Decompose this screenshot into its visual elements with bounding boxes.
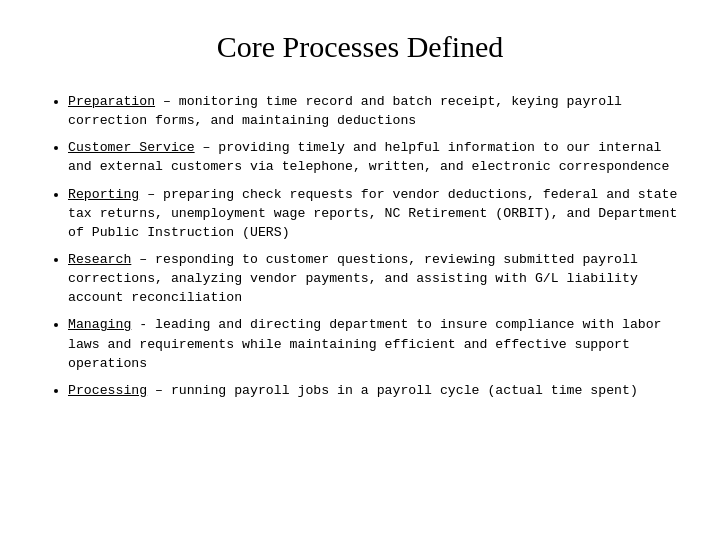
term-description: – responding to customer questions, revi… [68, 252, 638, 305]
page: Core Processes Defined Preparation – mon… [0, 0, 720, 540]
list-item: Research – responding to customer questi… [68, 250, 680, 307]
term-description: – preparing check requests for vendor de… [68, 187, 677, 240]
list-item: Reporting – preparing check requests for… [68, 185, 680, 242]
term-label: Reporting [68, 187, 139, 202]
term-label: Customer Service [68, 140, 195, 155]
term-label: Research [68, 252, 131, 267]
term-label: Processing [68, 383, 147, 398]
term-description: - leading and directing department to in… [68, 317, 662, 370]
page-title: Core Processes Defined [40, 30, 680, 64]
term-description: – running payroll jobs in a payroll cycl… [147, 383, 638, 398]
term-label: Preparation [68, 94, 155, 109]
list-item: Customer Service – providing timely and … [68, 138, 680, 176]
term-label: Managing [68, 317, 131, 332]
content-area: Preparation – monitoring time record and… [40, 92, 680, 520]
list-item: Managing - leading and directing departm… [68, 315, 680, 372]
list-item: Preparation – monitoring time record and… [68, 92, 680, 130]
list-item: Processing – running payroll jobs in a p… [68, 381, 680, 400]
process-list: Preparation – monitoring time record and… [40, 92, 680, 400]
